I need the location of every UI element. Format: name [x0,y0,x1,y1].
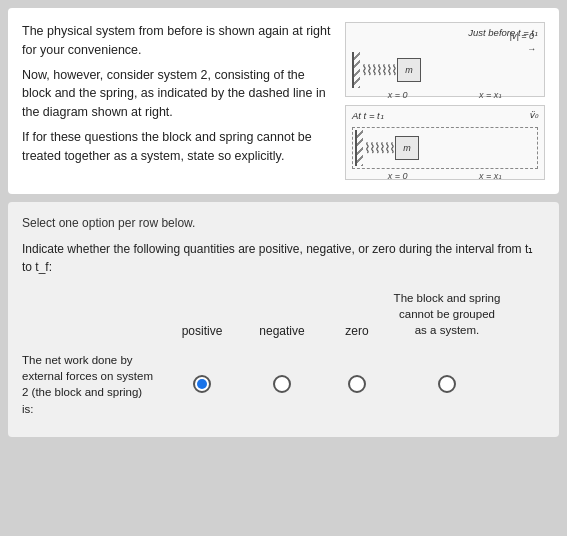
paragraph-1: The physical system from before is shown… [22,22,333,60]
axis4-label: x = x₁ [479,171,502,181]
radio-btn-positive-1[interactable] [193,375,211,393]
options-table: positive negative zero The block and spr… [22,290,545,423]
top-card: The physical system from before is shown… [8,8,559,194]
row-label-1: The net work done by external forces on … [22,352,162,416]
column-headers: positive negative zero The block and spr… [22,290,545,338]
top-text: The physical system from before is shown… [22,22,333,180]
radio-btn-zero-1[interactable] [348,375,366,393]
bottom-card: Select one option per row below. Indicat… [8,202,559,437]
header-negative: negative [242,324,322,338]
block-1: m [397,58,421,82]
wall-1 [352,52,360,88]
header-zero: zero [322,324,392,338]
radio-btn-negative-1[interactable] [273,375,291,393]
radio-cannot-1[interactable] [392,375,502,393]
header-cannot: The block and spring cannot be grouped a… [392,290,502,338]
axis1-label: x = 0 [388,90,408,100]
wall-2 [355,130,363,166]
axis-labels-2: x = 0 x = x₁ [352,171,538,181]
question-text: Indicate whether the following quantitie… [22,240,545,276]
table-row: The net work done by external forces on … [22,346,545,422]
diagram2-vel-label: v̈₀ [529,110,538,121]
radio-zero-1[interactable] [322,375,392,393]
axis-labels-1: x = 0 x = x₁ [352,90,538,100]
diagram-2: At t = t₁ v̈₀ ⌇⌇⌇⌇⌇⌇ m x = 0 x = x₁ [345,105,545,180]
instruction-text: Select one option per row below. [22,216,545,230]
diagrams-column: Just before t = t₁ |v| = 0 ⌇⌇⌇⌇⌇⌇⌇ m → x… [345,22,545,180]
spring-2: ⌇⌇⌇⌇⌇⌇ [363,140,395,156]
arrow-indicator-1: → [527,44,536,54]
axis3-label: x = 0 [388,171,408,181]
diagram1-vel-label: |v| = 0 [510,31,534,41]
block-2: m [395,136,419,160]
spring-1: ⌇⌇⌇⌇⌇⌇⌇ [360,62,397,78]
paragraph-3: If for these questions the block and spr… [22,128,333,166]
radio-positive-1[interactable] [162,375,242,393]
header-positive: positive [162,324,242,338]
paragraph-2: Now, however, consider system 2, consist… [22,66,333,122]
axis2-label: x = x₁ [479,90,502,100]
radio-negative-1[interactable] [242,375,322,393]
diagram2-top-label: At t = t₁ [352,110,384,121]
diagram-1: Just before t = t₁ |v| = 0 ⌇⌇⌇⌇⌇⌇⌇ m → x… [345,22,545,97]
radio-btn-cannot-1[interactable] [438,375,456,393]
